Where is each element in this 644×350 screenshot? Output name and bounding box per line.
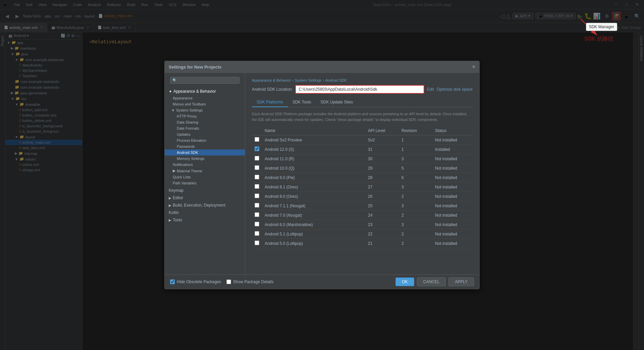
settings-item-http-proxy[interactable]: HTTP Proxy <box>165 113 245 119</box>
row-api-10: 22 <box>365 229 399 239</box>
show-details-checkbox[interactable] <box>226 279 231 284</box>
settings-item-android-sdk[interactable]: Android SDK <box>165 149 245 156</box>
table-row: Android 10.0 (Q)295Not installed <box>252 164 473 173</box>
row-checkbox-1[interactable] <box>255 146 259 151</box>
group-label-system-settings: System Settings <box>176 108 203 112</box>
settings-item-memory-settings[interactable]: Memory Settings <box>165 156 245 162</box>
chevron-system: ▼ <box>171 108 175 112</box>
settings-content: Appearance & Behavior › System Settings … <box>245 73 479 274</box>
bc-system-settings[interactable]: System Settings <box>295 78 321 82</box>
row-checkbox-9[interactable] <box>255 222 259 226</box>
row-api-9: 23 <box>365 220 399 229</box>
group-header-build[interactable]: ▶ Build, Execution, Deployment <box>165 202 245 209</box>
sdk-optimize-link[interactable]: Optimize disk space <box>437 87 473 92</box>
row-name-1: Android 12.0 (S) <box>262 145 365 154</box>
settings-item-updates[interactable]: Updates <box>165 131 245 137</box>
group-header-editor[interactable]: ▶ Editor <box>165 194 245 202</box>
row-api-8: 24 <box>365 211 399 220</box>
row-name-5: Android 8.1 (Oreo) <box>262 182 365 192</box>
group-label-tools: Tools <box>173 218 182 222</box>
settings-item-quick-lists[interactable]: Quick Lists <box>165 174 245 180</box>
row-name-9: Android 6.0 (Marshmallow) <box>262 220 365 229</box>
row-name-11: Android 5.0 (Lollipop) <box>262 239 365 248</box>
settings-item-data-sharing[interactable]: Data Sharing <box>165 119 245 125</box>
row-status-11: Not installed <box>432 239 473 248</box>
settings-modal: Settings for New Projects × ▼ Appearance… <box>164 61 480 289</box>
row-checkbox-0[interactable] <box>255 137 259 142</box>
row-revision-6: 2 <box>399 192 432 201</box>
cancel-button[interactable]: CANCEL <box>417 277 446 286</box>
group-label-editor: Editor <box>173 195 183 200</box>
bc-sep1: › <box>292 78 293 82</box>
row-revision-2: 3 <box>399 154 432 164</box>
row-status-10: Not installed <box>432 229 473 239</box>
settings-item-path-variables[interactable]: Path Variables <box>165 180 245 186</box>
sdk-tab-update-sites[interactable]: SDK Update Sites <box>316 98 358 107</box>
modal-title: Settings for New Projects <box>169 64 221 70</box>
group-label-keymap: Keymap <box>169 188 183 193</box>
show-details-label: Show Package Details <box>233 279 273 284</box>
sdk-location-label: Android SDK Location: <box>252 87 292 92</box>
table-row: Android Sv2 PreviewSv21Not installed <box>252 135 473 145</box>
row-checkbox-2[interactable] <box>255 156 259 161</box>
row-checkbox-5[interactable] <box>255 184 259 189</box>
group-header-keymap[interactable]: Keymap <box>165 187 245 194</box>
th-status: Status <box>432 126 473 135</box>
modal-overlay: Settings for New Projects × ▼ Appearance… <box>0 0 644 350</box>
bc-android-sdk[interactable]: Android SDK <box>325 78 347 82</box>
settings-item-process-elevation[interactable]: Process Elevation <box>165 137 245 143</box>
row-checkbox-8[interactable] <box>255 212 259 217</box>
sdk-tab-tools[interactable]: SDK Tools <box>288 98 316 107</box>
row-checkbox-7[interactable] <box>255 203 259 208</box>
table-row: Android 8.0 (Oreo)262Not installed <box>252 192 473 201</box>
settings-item-appearance[interactable]: Appearance <box>165 95 245 101</box>
bc-appearance[interactable]: Appearance & Behavior <box>252 78 291 82</box>
modal-header: Settings for New Projects × <box>165 61 479 73</box>
table-row: Android 5.1 (Lollipop)222Not installed <box>252 229 473 239</box>
row-status-7: Not installed <box>432 201 473 211</box>
apply-button[interactable]: APPLY <box>448 277 474 286</box>
settings-item-passwords[interactable]: Passwords <box>165 143 245 149</box>
row-checkbox-11[interactable] <box>255 240 259 245</box>
sdk-tab-platforms[interactable]: SDK Platforms <box>252 98 288 107</box>
sdk-edit-link[interactable]: Edit <box>427 87 434 92</box>
sdk-location-row: Android SDK Location: Edit Optimize disk… <box>252 85 473 94</box>
settings-breadcrumb: Appearance & Behavior › System Settings … <box>252 78 473 82</box>
row-status-8: Not installed <box>432 211 473 220</box>
row-checkbox-3[interactable] <box>255 165 259 170</box>
row-checkbox-4[interactable] <box>255 175 259 179</box>
modal-close-btn[interactable]: × <box>472 64 475 70</box>
chevron-appearance: ▼ <box>169 90 172 93</box>
row-api-3: 29 <box>365 164 399 173</box>
hide-obsolete-checkbox[interactable] <box>170 279 175 284</box>
table-row: Android 11.0 (R)303Not installed <box>252 154 473 164</box>
row-checkbox-6[interactable] <box>255 193 259 198</box>
table-row: Android 5.0 (Lollipop)212Not installed <box>252 239 473 248</box>
row-api-2: 30 <box>365 154 399 164</box>
row-name-3: Android 10.0 (Q) <box>262 164 365 173</box>
row-revision-1: 1 <box>399 145 432 154</box>
sdk-location-input[interactable] <box>295 85 424 94</box>
settings-item-material-theme[interactable]: ▶ Material Theme <box>165 168 245 174</box>
group-header-tools[interactable]: ▶ Tools <box>165 216 245 224</box>
settings-item-date-formats[interactable]: Date Formats <box>165 125 245 131</box>
row-api-5: 27 <box>365 182 399 192</box>
row-status-5: Not installed <box>432 182 473 192</box>
row-checkbox-10[interactable] <box>255 231 259 236</box>
table-row: Android 12.0 (S)311Installed <box>252 145 473 154</box>
group-label-appearance-behavior: Appearance & Behavior <box>173 89 216 94</box>
row-name-4: Android 9.0 (Pie) <box>262 173 365 182</box>
settings-item-menus[interactable]: Menus and Toolbars <box>165 101 245 107</box>
settings-item-notifications[interactable]: Notifications <box>165 162 245 168</box>
group-header-system-settings[interactable]: ▼ System Settings <box>165 107 245 113</box>
row-name-2: Android 11.0 (R) <box>262 154 365 164</box>
group-header-appearance-behavior[interactable]: ▼ Appearance & Behavior <box>165 88 245 95</box>
row-api-4: 28 <box>365 173 399 182</box>
table-row: Android 7.1.1 (Nougat)253Not installed <box>252 201 473 211</box>
modal-footer: Hide Obsolete Packages Show Package Deta… <box>165 274 479 289</box>
ok-button[interactable]: OK <box>395 277 414 286</box>
settings-search-input[interactable] <box>170 77 239 84</box>
group-header-kotlin[interactable]: Kotlin <box>165 209 245 216</box>
row-revision-8: 2 <box>399 211 432 220</box>
row-revision-5: 3 <box>399 182 432 192</box>
